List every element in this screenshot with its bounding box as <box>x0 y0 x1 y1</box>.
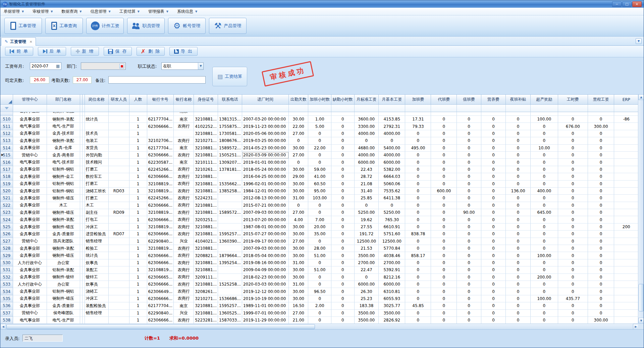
cell[interactable]: 0 <box>506 223 531 231</box>
cell[interactable]: 2826.92 <box>379 317 405 324</box>
cell[interactable]: 0 <box>588 231 614 238</box>
cell[interactable]: 62177704... <box>147 145 174 152</box>
cell[interactable]: 金具-技术部 <box>47 130 80 137</box>
cell[interactable]: 金具事业部 <box>13 166 47 173</box>
cell[interactable]: 0 <box>481 295 506 302</box>
cell[interactable]: 6000.00 <box>379 159 405 166</box>
cell[interactable]: 农商行 <box>174 137 194 144</box>
cell[interactable]: 0 <box>506 130 531 137</box>
cell[interactable]: 16.50 <box>289 302 308 309</box>
cell[interactable]: 1589572... <box>218 209 242 216</box>
cell[interactable]: 1 <box>129 281 147 288</box>
cell[interactable]: 0 <box>405 259 431 266</box>
cell[interactable]: 191.72 <box>355 231 379 238</box>
filter-cell[interactable] <box>47 105 80 112</box>
cell[interactable]: 0 <box>431 223 457 231</box>
filter-cell[interactable] <box>218 105 242 112</box>
cell[interactable]: 5392.91 <box>379 266 405 274</box>
cell[interactable]: 1 <box>129 123 147 130</box>
cell[interactable]: 0 <box>405 223 431 231</box>
cell[interactable] <box>83 123 85 130</box>
select-all-header[interactable] <box>0 95 13 105</box>
cell[interactable]: 8212.16 <box>379 274 405 281</box>
cell[interactable]: 62306666... <box>147 173 174 180</box>
cell[interactable]: 21.00 <box>289 317 308 324</box>
column-header[interactable]: 夜班补贴 <box>506 95 531 105</box>
cell[interactable]: 1808676... <box>218 137 242 144</box>
cell[interactable] <box>614 295 639 302</box>
cell[interactable] <box>614 137 639 144</box>
cell[interactable]: 0 <box>457 266 481 274</box>
cell[interactable]: 1.00 <box>308 116 331 123</box>
row-number-cell[interactable]: 519 <box>0 181 13 188</box>
cell[interactable] <box>614 181 639 188</box>
cell[interactable]: 0 <box>457 195 481 202</box>
cell[interactable]: 0 <box>405 274 431 281</box>
cell[interactable] <box>457 112 481 116</box>
column-header[interactable]: 缺勤小时数 <box>331 95 355 105</box>
cell[interactable]: 0 <box>531 310 558 317</box>
column-header[interactable]: 值班费 <box>457 95 481 105</box>
row-number-cell[interactable]: 516 <box>0 159 13 166</box>
cell[interactable]: 5.00 <box>308 123 331 130</box>
cell[interactable]: 62177704... <box>147 116 174 123</box>
cell[interactable]: 0 <box>558 137 588 144</box>
column-header[interactable]: 超产奖励 <box>531 95 558 105</box>
cell[interactable]: 30.00 <box>289 166 308 173</box>
cell[interactable]: 0 <box>431 145 457 152</box>
cell[interactable]: 1 <box>129 195 147 202</box>
filter-cell[interactable] <box>558 105 588 112</box>
cell[interactable]: 0 <box>588 259 614 266</box>
cell[interactable]: 0 <box>308 238 331 245</box>
cell[interactable]: 62306665... <box>147 274 174 281</box>
cell[interactable]: 3210261... <box>194 166 218 173</box>
cell[interactable]: 0 <box>481 166 506 173</box>
cell[interactable]: 0 <box>431 231 457 238</box>
cell[interactable] <box>614 145 639 152</box>
cell[interactable] <box>109 238 129 245</box>
cell[interactable]: 0 <box>331 274 355 281</box>
cell[interactable]: 5382.00 <box>379 166 405 173</box>
cell[interactable]: 3210881... <box>194 245 218 252</box>
cell[interactable]: 1 <box>129 166 147 173</box>
cell[interactable] <box>80 130 83 137</box>
cell[interactable] <box>109 145 129 152</box>
cell[interactable]: 0 <box>308 274 331 281</box>
cell[interactable]: 4104021... <box>194 238 218 245</box>
cell[interactable]: 0 <box>506 116 531 123</box>
cell[interactable]: 0 <box>308 202 331 209</box>
tab-close-icon[interactable]: ✕ <box>30 40 32 44</box>
filter-cell[interactable] <box>405 105 431 112</box>
cell[interactable]: 25.23 <box>355 295 379 302</box>
cell[interactable]: 兴业 <box>174 310 194 317</box>
cell[interactable]: 4038.46 <box>379 252 405 259</box>
cell[interactable]: 钢制件-金工 <box>47 173 80 180</box>
cell[interactable]: 0 <box>405 317 431 324</box>
cell[interactable]: 4000.00 <box>379 130 405 137</box>
row-number-cell[interactable]: 517 <box>0 166 13 173</box>
cell[interactable]: 金具事业部 <box>13 288 47 295</box>
cell[interactable]: 0 <box>405 195 431 202</box>
cell[interactable]: 0 <box>588 145 614 152</box>
cell[interactable]: 6000.00 <box>379 281 405 288</box>
cell[interactable]: 发货员 <box>85 145 109 152</box>
cell[interactable]: 0 <box>558 166 588 173</box>
cell[interactable]: 2007-09-03 00:00:00 <box>242 245 289 252</box>
cell[interactable] <box>242 112 289 116</box>
cell[interactable] <box>83 116 85 123</box>
cell[interactable]: 金具事业部 <box>13 202 47 209</box>
column-header[interactable]: 管理中心 <box>13 95 47 105</box>
cell[interactable] <box>218 112 242 116</box>
cell[interactable] <box>80 166 83 173</box>
row-number-cell[interactable]: 520 <box>0 188 13 195</box>
cell[interactable]: 2018-02-23 00:00:00 <box>242 274 289 281</box>
cell[interactable]: 30.00 <box>289 266 308 274</box>
cell[interactable]: 5770.84 <box>379 245 405 252</box>
cell[interactable]: 0 <box>481 252 506 259</box>
cell[interactable]: 铝制件-装配 <box>47 266 80 274</box>
add-button[interactable]: 新 增 <box>71 47 99 56</box>
row-number-cell[interactable]: 529 <box>0 252 13 259</box>
cell[interactable]: 0 <box>558 252 588 259</box>
cell[interactable] <box>218 173 242 180</box>
cell[interactable]: 1309207... <box>218 159 242 166</box>
